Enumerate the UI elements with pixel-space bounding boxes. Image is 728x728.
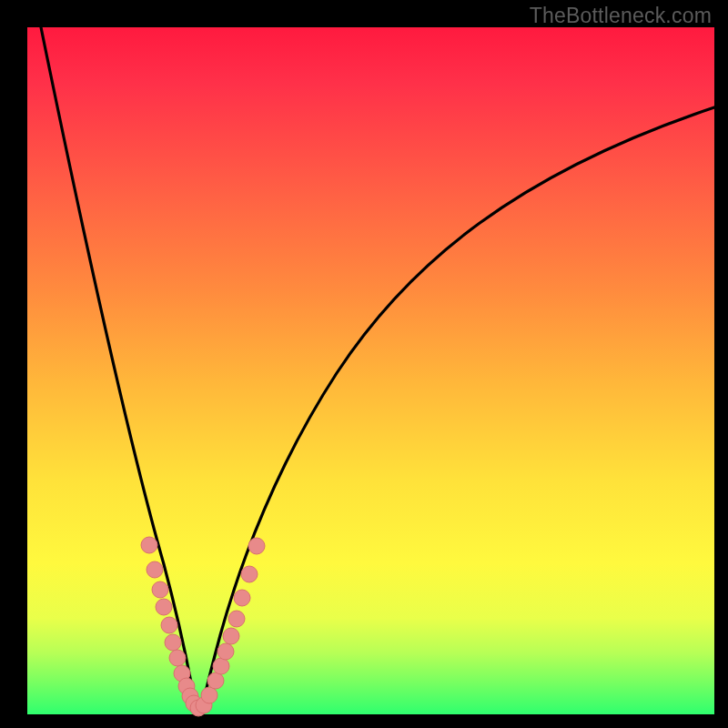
svg-point-14 — [207, 672, 224, 689]
svg-point-15 — [213, 658, 229, 674]
svg-point-17 — [223, 628, 239, 644]
plot-area — [27, 27, 714, 714]
svg-point-19 — [234, 590, 250, 606]
svg-point-1 — [147, 561, 163, 578]
chart-frame: TheBottleneck.com — [0, 0, 728, 728]
svg-point-20 — [241, 566, 258, 582]
watermark-text: TheBottleneck.com — [530, 4, 712, 28]
svg-point-18 — [228, 611, 245, 627]
svg-point-6 — [169, 650, 186, 666]
curve-left-branch — [41, 27, 196, 712]
curve-right-branch — [201, 107, 714, 712]
svg-point-2 — [152, 581, 168, 598]
svg-point-21 — [248, 538, 265, 554]
marker-cluster — [141, 537, 265, 716]
svg-point-4 — [161, 617, 177, 633]
svg-point-13 — [201, 687, 217, 703]
svg-point-5 — [165, 634, 181, 651]
chart-svg — [27, 27, 714, 714]
svg-point-0 — [141, 537, 157, 553]
svg-point-16 — [217, 643, 234, 660]
svg-point-3 — [156, 599, 172, 615]
